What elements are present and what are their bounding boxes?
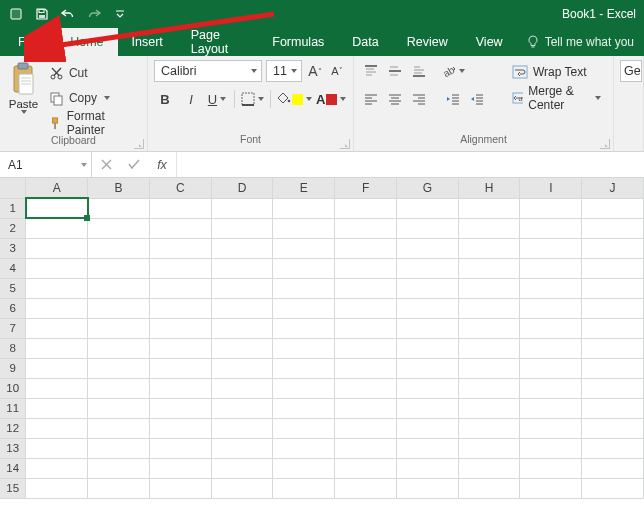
- cell[interactable]: [273, 198, 335, 218]
- row-header[interactable]: 6: [0, 298, 26, 318]
- cell[interactable]: [396, 358, 458, 378]
- cell[interactable]: [211, 258, 273, 278]
- cell[interactable]: [149, 378, 211, 398]
- cell[interactable]: [273, 298, 335, 318]
- font-color-button[interactable]: A: [316, 88, 346, 110]
- cell[interactable]: [273, 278, 335, 298]
- cell[interactable]: [88, 398, 150, 418]
- format-painter-button[interactable]: Format Painter: [47, 112, 137, 134]
- cell[interactable]: [88, 438, 150, 458]
- cell[interactable]: [273, 358, 335, 378]
- cell[interactable]: [273, 378, 335, 398]
- cell[interactable]: [582, 378, 644, 398]
- font-name-combo[interactable]: Calibri: [154, 60, 262, 82]
- cell[interactable]: [211, 398, 273, 418]
- cell[interactable]: [211, 458, 273, 478]
- cell[interactable]: [335, 278, 397, 298]
- cell[interactable]: [582, 418, 644, 438]
- cell[interactable]: [396, 398, 458, 418]
- cell[interactable]: [520, 378, 582, 398]
- tab-data[interactable]: Data: [338, 28, 392, 56]
- cell[interactable]: [211, 198, 273, 218]
- cell[interactable]: [458, 238, 520, 258]
- cell[interactable]: [335, 458, 397, 478]
- italic-button[interactable]: I: [180, 88, 202, 110]
- row-header[interactable]: 5: [0, 278, 26, 298]
- cell[interactable]: [273, 418, 335, 438]
- row-header[interactable]: 1: [0, 198, 26, 218]
- cell[interactable]: [520, 438, 582, 458]
- cell[interactable]: [88, 378, 150, 398]
- cell[interactable]: [582, 438, 644, 458]
- cell[interactable]: [396, 438, 458, 458]
- cell[interactable]: [582, 278, 644, 298]
- cell[interactable]: [273, 318, 335, 338]
- cell[interactable]: [26, 458, 88, 478]
- save-icon[interactable]: [30, 2, 54, 26]
- row-header[interactable]: 8: [0, 338, 26, 358]
- row-header[interactable]: 13: [0, 438, 26, 458]
- cell[interactable]: [273, 238, 335, 258]
- tab-formulas[interactable]: Formulas: [258, 28, 338, 56]
- cell[interactable]: [458, 218, 520, 238]
- cell[interactable]: [149, 338, 211, 358]
- select-all-corner[interactable]: [0, 178, 26, 198]
- cell[interactable]: [582, 198, 644, 218]
- cell[interactable]: [335, 378, 397, 398]
- cell[interactable]: [211, 338, 273, 358]
- tab-file[interactable]: File: [0, 28, 56, 56]
- grow-font-button[interactable]: A˄: [306, 60, 324, 82]
- cell[interactable]: [458, 478, 520, 498]
- column-header[interactable]: J: [582, 178, 644, 198]
- cell[interactable]: [520, 418, 582, 438]
- font-size-combo[interactable]: 11: [266, 60, 302, 82]
- cell[interactable]: [520, 278, 582, 298]
- cell[interactable]: [520, 358, 582, 378]
- cell[interactable]: [520, 198, 582, 218]
- cell[interactable]: [88, 238, 150, 258]
- cell[interactable]: [273, 458, 335, 478]
- cell[interactable]: [273, 258, 335, 278]
- cell[interactable]: [273, 338, 335, 358]
- tab-insert[interactable]: Insert: [118, 28, 177, 56]
- qat-customize-button[interactable]: [108, 2, 132, 26]
- cell[interactable]: [211, 438, 273, 458]
- cell[interactable]: [520, 478, 582, 498]
- column-header[interactable]: G: [396, 178, 458, 198]
- cell[interactable]: [396, 318, 458, 338]
- cell[interactable]: [149, 258, 211, 278]
- decrease-indent-button[interactable]: [442, 88, 464, 110]
- wrap-text-button[interactable]: Wrap Text: [506, 60, 607, 84]
- cell[interactable]: [26, 298, 88, 318]
- cell[interactable]: [88, 258, 150, 278]
- cell[interactable]: [149, 458, 211, 478]
- cell[interactable]: [582, 298, 644, 318]
- cell[interactable]: [582, 358, 644, 378]
- row-header[interactable]: 9: [0, 358, 26, 378]
- excel-app-icon[interactable]: [4, 2, 28, 26]
- cancel-formula-button[interactable]: [92, 159, 120, 170]
- cell[interactable]: [149, 438, 211, 458]
- borders-button[interactable]: [241, 88, 264, 110]
- cell[interactable]: [458, 338, 520, 358]
- cell[interactable]: [396, 198, 458, 218]
- cell[interactable]: [582, 238, 644, 258]
- cell[interactable]: [458, 418, 520, 438]
- row-header[interactable]: 10: [0, 378, 26, 398]
- cell[interactable]: [458, 298, 520, 318]
- cell[interactable]: [26, 218, 88, 238]
- cell[interactable]: [88, 198, 150, 218]
- cell[interactable]: [211, 478, 273, 498]
- tab-pagelayout[interactable]: Page Layout: [177, 28, 258, 56]
- cell[interactable]: [211, 358, 273, 378]
- cell[interactable]: [26, 438, 88, 458]
- align-left-button[interactable]: [360, 88, 382, 110]
- cell[interactable]: [211, 278, 273, 298]
- cell[interactable]: [335, 318, 397, 338]
- cell[interactable]: [396, 458, 458, 478]
- align-center-button[interactable]: [384, 88, 406, 110]
- cell[interactable]: [520, 458, 582, 478]
- cell[interactable]: [26, 318, 88, 338]
- cell[interactable]: [582, 318, 644, 338]
- font-dialog-launcher[interactable]: [340, 139, 350, 149]
